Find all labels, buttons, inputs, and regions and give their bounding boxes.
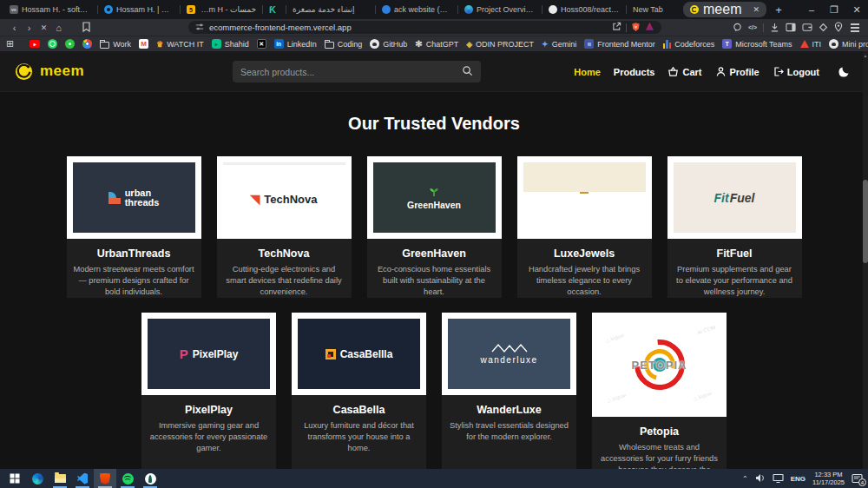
- nav-cart[interactable]: Cart: [667, 66, 701, 77]
- tab-title: خمسات - Hossam H.: [199, 5, 256, 14]
- watermark-text: △ logoai: [606, 392, 626, 404]
- search-input[interactable]: [240, 67, 462, 77]
- taskbar-clock[interactable]: 12:33 PM 11/17/2025: [812, 471, 845, 487]
- tab-project-overview[interactable]: Project Overview | Cloudi: [458, 0, 542, 19]
- ai-chat-extension-icon[interactable]: [733, 20, 742, 36]
- theme-toggle-button[interactable]: [838, 65, 851, 78]
- vendor-logo-image: [517, 156, 652, 239]
- taskbar-file-explorer[interactable]: [49, 469, 71, 488]
- taskbar-brave[interactable]: [94, 469, 116, 488]
- nav-home[interactable]: Home: [574, 67, 601, 77]
- downloads-icon[interactable]: [770, 20, 779, 36]
- bookmark-chatgpt[interactable]: ✻ChatGPT: [415, 39, 458, 49]
- site-logo[interactable]: meem: [14, 62, 84, 82]
- tab-github-repo[interactable]: Hoss008/react-ecommerc: [542, 0, 626, 19]
- logo-text: Fuel: [730, 191, 755, 205]
- brave-rewards-icon[interactable]: [645, 22, 654, 33]
- window-minimize-button[interactable]: –: [800, 4, 823, 15]
- tab-close-icon[interactable]: ✕: [753, 5, 760, 14]
- bookmark-x[interactable]: ✕: [257, 39, 266, 49]
- x-icon: ✕: [257, 39, 266, 49]
- stop-button[interactable]: ✕: [36, 23, 51, 32]
- back-button[interactable]: ‹: [7, 23, 22, 33]
- menu-icon[interactable]: [851, 27, 859, 29]
- notification-center-button[interactable]: 4: [852, 473, 863, 484]
- tab-title: New Tab: [633, 5, 663, 14]
- nav-logout[interactable]: Logout: [773, 66, 819, 77]
- tab-khamsat[interactable]: 5 خمسات - Hossam H.: [181, 0, 262, 19]
- bookmark-whatsapp[interactable]: [48, 39, 57, 49]
- share-icon[interactable]: [612, 22, 621, 33]
- search-icon[interactable]: [462, 64, 473, 80]
- tab-new-tab[interactable]: New Tab: [627, 0, 672, 19]
- tab-dev-site[interactable]: vo Hossam H. - software dev: [3, 0, 97, 19]
- tray-expand-chevron[interactable]: ⌃: [742, 475, 748, 483]
- nav-profile[interactable]: Profile: [715, 66, 760, 77]
- urbanthreads-logo-icon: [108, 192, 121, 204]
- start-button[interactable]: [3, 469, 26, 488]
- taskbar-mongodb[interactable]: [139, 469, 161, 488]
- tab-k-site[interactable]: Ƙ: [263, 0, 286, 19]
- toolbar-separator: [763, 23, 764, 32]
- network-icon[interactable]: [773, 471, 784, 486]
- volume-icon[interactable]: [755, 471, 766, 486]
- new-tab-button[interactable]: +: [769, 3, 788, 16]
- scrollbar-thumb[interactable]: [863, 180, 868, 263]
- bookmark-label: Shahid: [225, 40, 249, 49]
- bookmark-icon[interactable]: [82, 20, 91, 36]
- bookmark-gmail[interactable]: M: [139, 39, 148, 49]
- code-extension-icon[interactable]: </>: [748, 24, 757, 30]
- windows-taskbar: ⌃ ENG 12:33 PM 11/17/2025 4: [0, 469, 868, 488]
- search-bar[interactable]: [233, 61, 481, 82]
- bookmark-odin-project[interactable]: ◈ODIN PROJECT: [466, 39, 534, 49]
- bookmark-teams[interactable]: TMicrosoft Teams: [722, 39, 792, 49]
- bookmark-iti[interactable]: ITI: [800, 40, 822, 49]
- vendor-description: Luxury furniture and décor that transfor…: [292, 420, 426, 454]
- language-indicator[interactable]: ENG: [791, 475, 806, 483]
- page-scrollbar[interactable]: ▲: [863, 51, 868, 470]
- brave-shield-icon[interactable]: [631, 22, 641, 34]
- scrollbar-up-arrow[interactable]: ▲: [863, 53, 868, 58]
- vendor-description: Premium supplements and gear to elevate …: [667, 264, 802, 298]
- location-pin-icon[interactable]: [834, 20, 843, 36]
- bookmark-github[interactable]: GitHub: [370, 39, 407, 49]
- site-settings-icon[interactable]: [195, 23, 204, 33]
- bookmark-label: ChatGPT: [426, 40, 459, 49]
- window-maximize-button[interactable]: ❐: [823, 4, 845, 16]
- gemini-icon: ✦: [542, 39, 549, 49]
- tab-meem-active[interactable]: meem ✕: [683, 2, 766, 17]
- bookmark-mini-projects[interactable]: Mini projects: [829, 39, 868, 49]
- bookmark-frontend-mentor[interactable]: Frontend Mentor: [584, 39, 655, 49]
- tab-edit-work[interactable]: ack website تعديل عمل (1): [376, 0, 457, 19]
- tab-mostaql[interactable]: Hossam H. | مستقل: [98, 0, 180, 19]
- bookmark-codeforces[interactable]: Codeforces: [663, 40, 715, 49]
- window-close-button[interactable]: ✕: [845, 4, 868, 16]
- bookmark-linkedin[interactable]: inLinkedIn: [274, 39, 317, 49]
- apps-grid-icon[interactable]: ⊞: [6, 38, 14, 49]
- taskbar-edge[interactable]: [26, 469, 49, 488]
- home-button[interactable]: ⌂: [51, 23, 66, 33]
- tab-title: Hossam H. - software dev: [22, 5, 91, 14]
- vendor-logo-image: P PixelPlay: [141, 313, 276, 395]
- forward-button[interactable]: ›: [22, 23, 36, 33]
- file-explorer-icon: [55, 474, 66, 483]
- bookmark-chrome[interactable]: [82, 39, 92, 49]
- bookmark-youtube[interactable]: ▸: [30, 40, 40, 48]
- bookmark-green-site[interactable]: [65, 39, 75, 49]
- bookmark-gemini[interactable]: ✦Gemini: [542, 39, 576, 49]
- wallet-icon[interactable]: [802, 20, 812, 36]
- taskbar-spotify[interactable]: [116, 469, 139, 488]
- sidebar-icon[interactable]: [786, 20, 796, 36]
- bookmark-watchit[interactable]: ♛WATCH IT: [156, 39, 204, 49]
- bookmark-folder-work[interactable]: Work: [100, 40, 131, 49]
- taskbar-vscode[interactable]: [71, 469, 94, 488]
- rewards-diamond-icon[interactable]: [819, 20, 828, 36]
- bookmark-shahid[interactable]: ▸Shahid: [212, 39, 249, 49]
- tab-title: إنشاء خدمة مصغرة: [293, 5, 355, 14]
- bookmark-folder-coding[interactable]: Coding: [325, 40, 363, 49]
- tab-create-service[interactable]: إنشاء خدمة مصغرة: [286, 0, 375, 19]
- nav-products[interactable]: Products: [614, 67, 655, 77]
- meem-logo-icon: [14, 62, 34, 82]
- bookmark-label: ITI: [812, 40, 822, 49]
- address-bar[interactable]: ecommerce-frontend-meem.vercel.app: [188, 21, 661, 34]
